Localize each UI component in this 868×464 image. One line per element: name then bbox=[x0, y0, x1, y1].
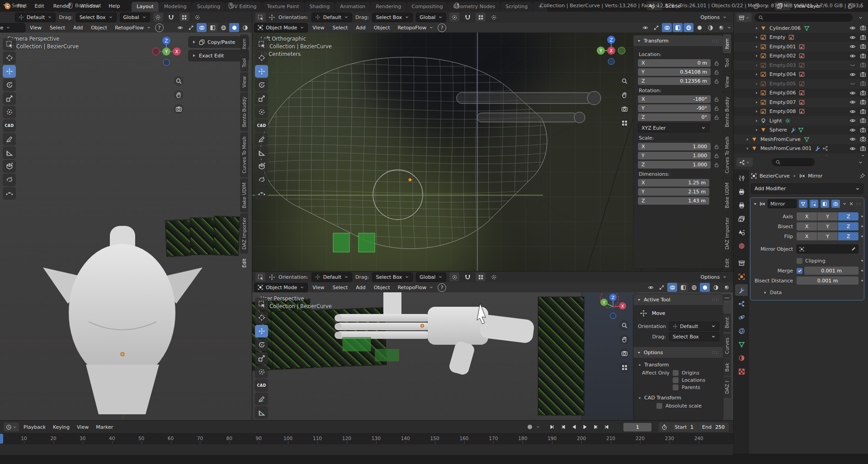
timeline-menu-marker[interactable]: Marker bbox=[92, 422, 117, 431]
display-render-toggle[interactable] bbox=[831, 200, 840, 208]
outliner-row[interactable]: Sphere bbox=[734, 126, 868, 135]
properties-editor-type-dropdown[interactable] bbox=[736, 158, 753, 167]
workspace-tab-layout[interactable]: Layout bbox=[132, 2, 158, 12]
zoom-icon[interactable] bbox=[619, 320, 629, 330]
value-field[interactable]: Y-90° bbox=[638, 104, 711, 112]
disable-render-icon[interactable] bbox=[860, 62, 866, 68]
tool-select-box[interactable] bbox=[255, 298, 268, 310]
snap-magnet-icon[interactable] bbox=[166, 13, 176, 22]
properties-tab-particles[interactable] bbox=[735, 298, 748, 309]
workspace-tab-rendering[interactable]: Rendering bbox=[371, 2, 406, 12]
gizmos-dropdown[interactable] bbox=[186, 23, 196, 32]
menu-add[interactable]: Add bbox=[352, 23, 369, 32]
camera-view-icon[interactable] bbox=[619, 104, 629, 114]
timeline-menu-playback[interactable]: Playback bbox=[20, 422, 49, 431]
disable-render-icon[interactable] bbox=[860, 71, 866, 78]
properties-tab-scene[interactable] bbox=[735, 226, 748, 238]
tool-cursor[interactable] bbox=[3, 52, 16, 64]
disable-render-icon[interactable] bbox=[860, 136, 866, 142]
sidebar-tab-bento-buddy[interactable]: Bento Buddy bbox=[240, 93, 248, 131]
menu-add[interactable]: Add bbox=[70, 23, 86, 32]
lock-icon[interactable] bbox=[714, 144, 719, 150]
sidebar-tab-tool[interactable]: Tool bbox=[240, 54, 248, 71]
properties-tab-data[interactable] bbox=[735, 338, 748, 350]
modifier-name-field[interactable]: Mirror bbox=[768, 199, 797, 208]
lock-icon[interactable] bbox=[714, 61, 719, 66]
object-visibility-dropdown[interactable] bbox=[646, 283, 656, 292]
sidebar-tab-active[interactable] bbox=[723, 303, 731, 312]
sidebar-tab-edit[interactable]: Edit bbox=[723, 254, 731, 271]
breadcrumb-object[interactable]: BezierCurve bbox=[760, 173, 790, 179]
shading-material[interactable] bbox=[705, 23, 715, 32]
viewport-canvas-camera[interactable]: Camera Perspective (1) Collection | Bezi… bbox=[0, 33, 252, 420]
properties-tab-object[interactable] bbox=[735, 271, 748, 282]
value-field[interactable]: X1.000 bbox=[638, 143, 711, 150]
workspace-tab-shading[interactable]: Shading bbox=[305, 2, 335, 12]
snap-magnet-icon[interactable] bbox=[462, 272, 472, 281]
sidebar-tab-bento-buddy[interactable]: Bento Buddy bbox=[723, 93, 731, 131]
affect-locations-checkbox[interactable] bbox=[673, 377, 679, 383]
pan-hand-icon[interactable] bbox=[174, 90, 184, 100]
tool-curve-points[interactable] bbox=[255, 187, 268, 200]
mirror-bisect-x[interactable]: X bbox=[797, 222, 817, 230]
affect-parents-checkbox[interactable] bbox=[673, 384, 679, 390]
transport-next-key[interactable] bbox=[591, 423, 601, 431]
properties-tab-tool[interactable] bbox=[735, 172, 748, 184]
tool-transform[interactable] bbox=[255, 106, 268, 118]
pan-hand-icon[interactable] bbox=[619, 334, 629, 344]
properties-tab-material[interactable] bbox=[735, 352, 748, 364]
hide-viewport-icon[interactable] bbox=[849, 145, 856, 152]
xray-toggle[interactable] bbox=[673, 23, 683, 32]
value-field[interactable]: X-180° bbox=[638, 95, 711, 103]
snap-magnet-icon[interactable] bbox=[462, 13, 472, 22]
mirror-flip-z[interactable]: Z bbox=[838, 232, 859, 240]
tool-add-cube[interactable] bbox=[3, 160, 16, 173]
tool-scale[interactable] bbox=[3, 92, 16, 105]
merge-value-field[interactable]: 0.001 m bbox=[804, 267, 859, 275]
start-frame-field[interactable]: Start1 bbox=[670, 422, 698, 432]
bisect-distance-field[interactable]: 0.001 m bbox=[797, 277, 859, 285]
grid-ortho-icon[interactable] bbox=[619, 118, 629, 128]
display-editmode-toggle[interactable] bbox=[799, 200, 807, 208]
transform-space-dropdown[interactable]: Global bbox=[120, 13, 150, 22]
timeline-menu-view[interactable]: View bbox=[73, 422, 92, 431]
gizmos-dropdown[interactable] bbox=[656, 283, 666, 292]
camera-view-icon[interactable] bbox=[619, 348, 629, 358]
outliner-search-input[interactable] bbox=[755, 14, 853, 22]
transport-jump-end[interactable] bbox=[602, 423, 612, 431]
gizmos-dropdown[interactable] bbox=[651, 23, 661, 32]
menu-object[interactable]: Object bbox=[370, 283, 394, 292]
outliner-row[interactable]: Empty.006 bbox=[734, 89, 868, 98]
tool-curve-points[interactable] bbox=[3, 187, 16, 200]
zoom-icon[interactable] bbox=[619, 76, 629, 86]
menu-add[interactable]: Add bbox=[352, 283, 369, 292]
workspace-tab-texture-paint[interactable]: Texture Paint bbox=[262, 2, 304, 12]
hide-viewport-icon[interactable] bbox=[849, 53, 856, 59]
sidebar-tab-curves[interactable]: Curves bbox=[723, 333, 731, 358]
retopoflow-help-icon[interactable]: ? bbox=[155, 23, 164, 32]
hide-viewport-icon[interactable] bbox=[849, 90, 856, 96]
sidebar-tab-bent[interactable]: Bent bbox=[723, 313, 731, 332]
playhead[interactable] bbox=[0, 434, 3, 444]
viewport-canvas-ortho[interactable]: Left Orthographic (1) Collection | Bezie… bbox=[252, 33, 733, 271]
grid-ortho-icon[interactable] bbox=[619, 362, 629, 372]
shading-solid[interactable] bbox=[229, 23, 239, 32]
transport-play-rev[interactable] bbox=[569, 423, 579, 431]
options-dropdown[interactable]: Options bbox=[698, 273, 730, 281]
breadcrumb-modifier[interactable]: Mirror bbox=[808, 173, 822, 179]
absolute-scale-checkbox[interactable] bbox=[656, 403, 662, 409]
sidebar-tab-bake-udim[interactable]: Bake UDIM bbox=[240, 178, 248, 212]
pan-hand-icon[interactable] bbox=[619, 90, 629, 100]
tool-draw-curve[interactable] bbox=[3, 173, 16, 186]
hide-viewport-icon[interactable] bbox=[849, 108, 856, 115]
retopoflow-help-icon[interactable]: ? bbox=[438, 23, 446, 32]
mirror-flip-x[interactable]: X bbox=[797, 232, 817, 240]
add-modifier-button[interactable]: Add Modifier bbox=[751, 183, 863, 194]
workspace-tab-modeling[interactable]: Modeling bbox=[159, 2, 192, 12]
disable-render-icon[interactable] bbox=[860, 127, 866, 133]
transform-subpanel-header[interactable]: Transform bbox=[638, 362, 719, 368]
collapse-sidebar-button[interactable]: — bbox=[723, 294, 731, 300]
tool-annotate[interactable] bbox=[3, 133, 16, 145]
tool-rotate[interactable] bbox=[255, 79, 268, 91]
sidebar-tab-view[interactable]: View bbox=[240, 72, 248, 92]
